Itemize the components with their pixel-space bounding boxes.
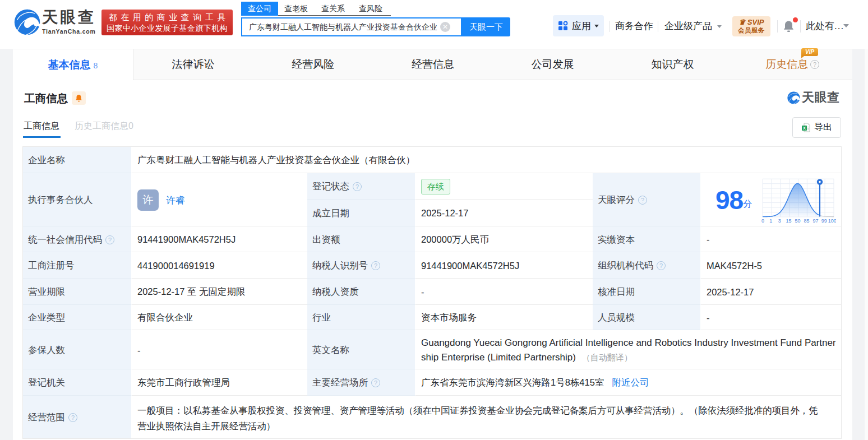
svg-text:3: 3 xyxy=(778,218,781,224)
svg-text:85: 85 xyxy=(804,218,810,224)
svg-text:99: 99 xyxy=(821,218,827,224)
svg-text:X: X xyxy=(803,126,806,131)
svg-text:100: 100 xyxy=(828,218,836,224)
svg-text:15: 15 xyxy=(786,218,792,224)
svg-text:0: 0 xyxy=(761,218,764,224)
svg-text:97: 97 xyxy=(813,218,819,224)
svg-text:1: 1 xyxy=(769,218,772,224)
svg-text:50: 50 xyxy=(795,218,801,224)
